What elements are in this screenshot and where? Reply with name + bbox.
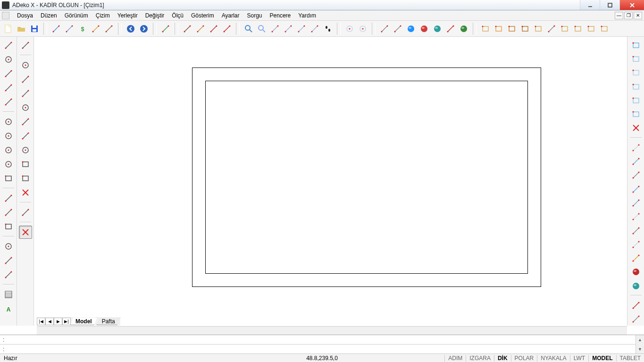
print-icon[interactable] bbox=[50, 23, 62, 35]
menu-yardım[interactable]: Yardım bbox=[294, 11, 320, 20]
snap-line-icon[interactable] bbox=[19, 73, 32, 86]
rect-icon[interactable] bbox=[2, 172, 15, 185]
panel-5-icon[interactable] bbox=[532, 23, 544, 35]
status-toggle-model[interactable]: MODEL bbox=[588, 355, 616, 362]
status-toggle-lwt[interactable]: LWT bbox=[570, 355, 588, 362]
menu-düzen[interactable]: Düzen bbox=[37, 11, 61, 20]
link-2-icon[interactable] bbox=[392, 23, 404, 35]
horizontal-scrollbar[interactable] bbox=[37, 326, 627, 335]
snap-cross-icon[interactable] bbox=[19, 172, 32, 185]
menu-yerleştir[interactable]: Yerleştir bbox=[114, 11, 142, 20]
open-icon[interactable] bbox=[15, 23, 27, 35]
snap-quad-icon[interactable] bbox=[19, 143, 32, 157]
status-toggle-adim[interactable]: ADIM bbox=[444, 355, 466, 362]
box-3-icon[interactable] bbox=[629, 67, 643, 79]
snap-endpoint-icon[interactable] bbox=[19, 39, 32, 52]
book-icon[interactable] bbox=[159, 23, 172, 35]
snap-none-icon[interactable] bbox=[19, 226, 32, 239]
sheet-nav-button[interactable]: ▶| bbox=[62, 318, 71, 325]
dim-vert-icon[interactable] bbox=[221, 23, 233, 35]
snap-x-icon[interactable] bbox=[19, 186, 32, 199]
sphere-icon[interactable] bbox=[629, 279, 643, 292]
robot-icon[interactable] bbox=[629, 196, 643, 209]
menu-pencere[interactable]: Pencere bbox=[266, 11, 295, 20]
drawing-canvas[interactable] bbox=[34, 37, 627, 326]
box-4-icon[interactable] bbox=[629, 80, 643, 93]
palette-icon[interactable] bbox=[629, 299, 643, 311]
dollar-icon[interactable]: $ bbox=[76, 23, 89, 35]
mdi-minimize-button[interactable]: — bbox=[615, 12, 623, 19]
dim-horiz-icon[interactable] bbox=[208, 23, 220, 35]
snap-rect-icon[interactable] bbox=[19, 158, 32, 171]
forward-icon[interactable] bbox=[138, 23, 150, 35]
door-icon[interactable] bbox=[181, 23, 193, 35]
footprints-icon[interactable] bbox=[322, 23, 334, 35]
sheet-tab-model[interactable]: Model bbox=[70, 318, 97, 325]
panel-1-icon[interactable] bbox=[479, 23, 492, 35]
list-icon[interactable] bbox=[629, 238, 643, 251]
zoom-extents-icon[interactable] bbox=[256, 23, 268, 35]
status-toggle-izgara[interactable]: IZGARA bbox=[466, 355, 494, 362]
minimize-button[interactable] bbox=[580, 0, 600, 10]
polygon-icon[interactable] bbox=[2, 206, 15, 219]
box-6-icon[interactable] bbox=[629, 108, 643, 120]
menu-ayarlar[interactable]: Ayarlar bbox=[218, 11, 243, 20]
print-preview-icon[interactable] bbox=[63, 23, 75, 35]
snap-tangent-icon[interactable] bbox=[19, 129, 32, 143]
sphere-blue-icon[interactable] bbox=[405, 23, 417, 35]
clipboard-icon[interactable] bbox=[90, 23, 102, 35]
mdi-close-button[interactable]: ✕ bbox=[634, 12, 642, 19]
drive-icon[interactable] bbox=[629, 169, 643, 182]
box-1-icon[interactable] bbox=[629, 39, 643, 51]
text-icon[interactable]: A bbox=[2, 302, 15, 315]
panel-4-icon[interactable] bbox=[519, 23, 531, 35]
back-icon[interactable] bbox=[125, 23, 137, 35]
panel-3-icon[interactable] bbox=[506, 23, 518, 35]
panel-8-icon[interactable] bbox=[585, 23, 597, 35]
command-input-line[interactable]: : bbox=[0, 345, 644, 354]
circle-2pt-icon[interactable] bbox=[2, 129, 15, 143]
ellipse-arc-icon[interactable] bbox=[2, 158, 15, 171]
line-icon[interactable] bbox=[2, 39, 15, 52]
command-scrollbar[interactable]: ▲▼ bbox=[636, 335, 644, 354]
link-1-icon[interactable] bbox=[378, 23, 391, 35]
box-2-icon[interactable] bbox=[629, 52, 643, 65]
gear-icon[interactable] bbox=[103, 23, 115, 35]
ellipse-2-icon[interactable] bbox=[357, 23, 369, 35]
sphere-red-icon[interactable] bbox=[418, 23, 430, 35]
panel-2-icon[interactable] bbox=[493, 23, 505, 35]
menu-gösterim[interactable]: Gösterim bbox=[187, 11, 218, 20]
hanger-icon[interactable] bbox=[545, 23, 558, 35]
menu-sorgu[interactable]: Sorgu bbox=[243, 11, 266, 20]
sheet-tab-pafta[interactable]: Pafta bbox=[97, 318, 120, 325]
pan-icon[interactable] bbox=[269, 23, 281, 35]
mdi-restore-button[interactable]: ❐ bbox=[624, 12, 633, 19]
menu-dosya[interactable]: Dosya bbox=[13, 11, 37, 20]
snap-center-icon[interactable] bbox=[19, 101, 32, 114]
status-toggle-tablet[interactable]: TABLET bbox=[616, 355, 644, 362]
polyline-icon[interactable] bbox=[2, 67, 15, 80]
box-5-icon[interactable] bbox=[629, 94, 643, 107]
printer-icon[interactable] bbox=[629, 210, 643, 223]
measure-icon[interactable] bbox=[194, 23, 207, 35]
zoom-icon[interactable] bbox=[243, 23, 255, 35]
menu-ölçü[interactable]: Ölçü bbox=[168, 11, 187, 20]
menu-görünüm[interactable]: Görünüm bbox=[61, 11, 92, 20]
ellipse-icon[interactable] bbox=[2, 143, 15, 157]
server-icon[interactable] bbox=[629, 155, 643, 168]
hatch-icon[interactable] bbox=[2, 288, 15, 301]
arc-icon[interactable] bbox=[2, 53, 15, 66]
pencil-icon[interactable] bbox=[2, 95, 15, 109]
view-2-icon[interactable] bbox=[295, 23, 308, 35]
swatch-icon[interactable] bbox=[629, 313, 643, 326]
snap-node-icon[interactable] bbox=[19, 115, 32, 128]
sheet-nav-button[interactable]: |◀ bbox=[37, 318, 45, 325]
menu-çizim[interactable]: Çizim bbox=[92, 11, 114, 20]
status-toggle-polar[interactable]: POLAR bbox=[511, 355, 537, 362]
save-icon[interactable] bbox=[28, 23, 41, 35]
snap-circle-icon[interactable] bbox=[19, 59, 32, 72]
circle-center-icon[interactable] bbox=[2, 115, 15, 128]
bulb-icon[interactable] bbox=[629, 252, 643, 264]
maximize-button[interactable] bbox=[600, 0, 619, 10]
house-icon[interactable] bbox=[629, 141, 643, 154]
